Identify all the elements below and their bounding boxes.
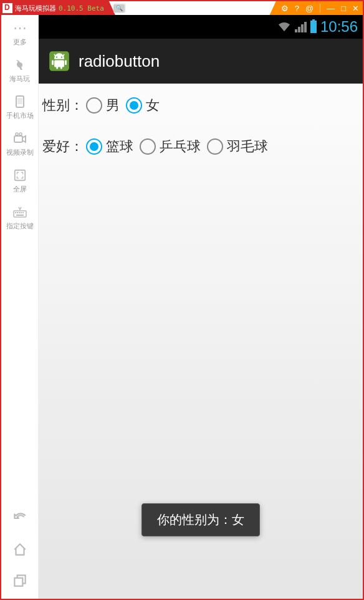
svg-rect-9 xyxy=(19,212,20,213)
svg-rect-18 xyxy=(52,60,54,65)
phone-screen: 10:56 radiobutton xyxy=(39,15,363,599)
gender-row: 性别： 男 女 xyxy=(42,96,359,115)
app-version: 0.10.5 Beta xyxy=(59,4,104,12)
sidebar-top: ⋯ 更多 海马玩 手机市场 视频录制 xyxy=(1,15,38,510)
sidebar-item-more[interactable]: ⋯ 更多 xyxy=(1,15,38,52)
divider xyxy=(320,4,320,12)
svg-point-15 xyxy=(56,57,57,58)
recent-icon[interactable] xyxy=(12,573,28,593)
svg-point-4 xyxy=(19,133,22,135)
radio-hobby-basketball[interactable]: 篮球 xyxy=(86,137,133,156)
app-bar: radiobutton xyxy=(39,39,363,84)
app-title: radiobutton xyxy=(79,52,160,71)
svg-rect-17 xyxy=(54,60,64,67)
svg-rect-21 xyxy=(60,66,62,69)
android-icon xyxy=(47,49,71,73)
maximize-icon[interactable]: □ xyxy=(341,4,346,13)
radio-hobby-pingpong[interactable]: 乒乓球 xyxy=(140,137,201,156)
sidebar-item-haima[interactable]: 海马玩 xyxy=(1,52,38,89)
settings-icon[interactable]: ⚙ xyxy=(281,4,289,13)
svg-rect-11 xyxy=(22,212,24,213)
sidebar-item-market[interactable]: 手机市场 xyxy=(1,89,38,125)
radio-label: 女 xyxy=(146,96,160,115)
search-input[interactable]: 🔍 xyxy=(113,3,126,13)
radio-icon xyxy=(126,97,142,114)
home-icon[interactable] xyxy=(12,541,28,561)
sidebar-item-label: 更多 xyxy=(13,37,27,47)
more-icon: ⋯ xyxy=(13,20,27,36)
svg-point-3 xyxy=(16,133,18,135)
status-time: 10:56 xyxy=(320,18,358,36)
app-name: 海马玩模拟器 xyxy=(15,4,56,13)
svg-rect-7 xyxy=(15,212,16,213)
wifi-icon xyxy=(277,21,291,32)
sidebar-item-record[interactable]: 视频录制 xyxy=(1,125,38,162)
close-icon[interactable]: ✕ xyxy=(352,4,359,13)
main-layout: ⋯ 更多 海马玩 手机市场 视频录制 xyxy=(1,15,363,599)
back-icon[interactable] xyxy=(12,510,28,530)
toast-message: 你的性别为：女 xyxy=(141,503,260,536)
svg-rect-6 xyxy=(14,211,26,217)
keyboard-icon xyxy=(12,204,27,220)
sidebar-item-label: 海马玩 xyxy=(9,74,30,84)
at-icon[interactable]: @ xyxy=(305,4,314,13)
hobby-label: 爱好： xyxy=(42,137,84,156)
sidebar-item-label: 指定按键 xyxy=(6,221,34,231)
svg-rect-10 xyxy=(21,212,22,213)
svg-point-16 xyxy=(61,57,62,58)
svg-rect-12 xyxy=(16,215,24,216)
svg-rect-5 xyxy=(14,170,25,181)
sidebar-bottom xyxy=(1,510,38,599)
radio-hobby-badminton[interactable]: 羽毛球 xyxy=(207,137,268,156)
sidebar-item-fullscreen[interactable]: 全屏 xyxy=(1,162,38,199)
radio-label: 羽毛球 xyxy=(227,137,268,156)
fullscreen-icon xyxy=(13,167,27,183)
android-status-bar: 10:56 xyxy=(39,15,363,39)
radio-icon xyxy=(86,138,102,155)
sidebar: ⋯ 更多 海马玩 手机市场 视频录制 xyxy=(1,15,39,599)
sidebar-item-keymap[interactable]: 指定按键 xyxy=(1,199,38,236)
horse-icon xyxy=(12,57,27,73)
toast-text: 你的性别为：女 xyxy=(157,513,244,526)
svg-rect-13 xyxy=(14,578,22,586)
sidebar-item-label: 手机市场 xyxy=(6,111,34,120)
search-container: 🔍 xyxy=(126,1,251,15)
app-logo-icon xyxy=(2,3,12,13)
svg-rect-8 xyxy=(17,212,18,213)
title-bar-right: ⚙ ? @ — □ ✕ xyxy=(270,1,363,15)
svg-rect-20 xyxy=(56,66,58,69)
sidebar-item-label: 视频录制 xyxy=(6,148,34,157)
signal-icon xyxy=(295,21,307,32)
market-icon xyxy=(12,94,27,110)
svg-rect-19 xyxy=(65,60,67,65)
gender-label: 性别： xyxy=(42,96,84,115)
radio-gender-male[interactable]: 男 xyxy=(86,96,120,115)
sidebar-item-label: 全屏 xyxy=(13,185,27,194)
minimize-icon[interactable]: — xyxy=(327,4,335,13)
radio-label: 篮球 xyxy=(106,137,133,156)
radio-icon xyxy=(140,138,156,155)
radio-label: 乒乓球 xyxy=(160,137,201,156)
record-icon xyxy=(12,130,27,147)
hobby-row: 爱好： 篮球 乒乓球 羽毛球 xyxy=(42,137,359,156)
radio-label: 男 xyxy=(106,96,120,115)
svg-rect-1 xyxy=(17,98,22,104)
title-bar-left: 海马玩模拟器 0.10.5 Beta xyxy=(1,1,115,15)
help-icon[interactable]: ? xyxy=(295,4,299,13)
radio-icon xyxy=(86,97,102,114)
search-icon[interactable]: 🔍 xyxy=(113,4,125,12)
radio-gender-female[interactable]: 女 xyxy=(126,96,160,115)
battery-icon xyxy=(310,21,317,33)
window-title-bar: 海马玩模拟器 0.10.5 Beta 🔍 ⚙ ? @ — □ ✕ xyxy=(1,1,363,15)
svg-rect-2 xyxy=(14,136,22,142)
radio-icon xyxy=(207,138,223,155)
